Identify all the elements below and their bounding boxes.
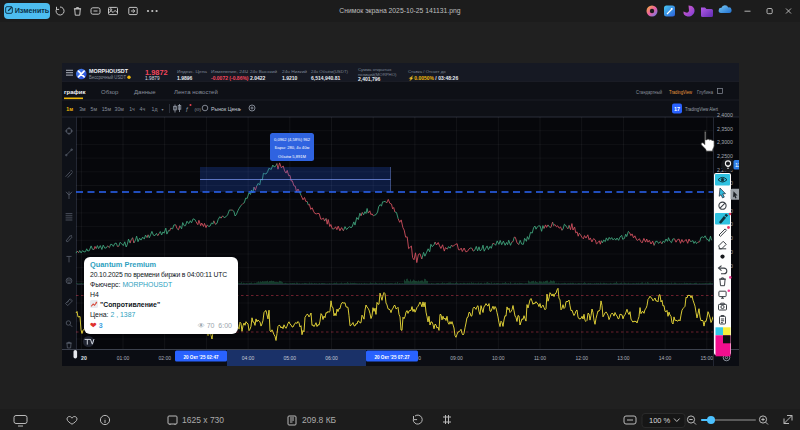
svg-text:12: 12 [735, 162, 739, 168]
svg-text:1625 x 730: 1625 x 730 [182, 415, 224, 425]
svg-text:100 %: 100 % [649, 416, 671, 425]
svg-text:209.8 КБ: 209.8 КБ [302, 415, 337, 425]
